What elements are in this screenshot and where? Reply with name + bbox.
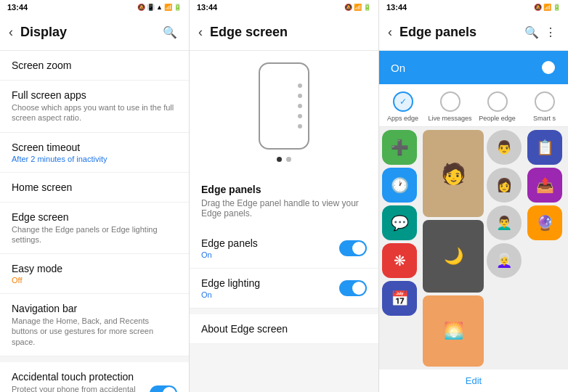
home-screen-item[interactable]: Home screen	[0, 173, 189, 203]
navigation-bar-item[interactable]: Navigation bar Manage the Home, Back, an…	[0, 294, 189, 356]
edge-panels-toggle[interactable]	[339, 240, 367, 256]
tab-people-edge-label: People edge	[479, 115, 516, 122]
time-1: 13:44	[7, 3, 28, 12]
edge-lighting-item[interactable]: Edge lighting On	[190, 269, 378, 309]
silent-icon-3: 🔕	[534, 4, 542, 11]
back-button-1[interactable]: ‹	[9, 25, 13, 40]
avatar-person-2-icon: 👩	[496, 177, 512, 193]
tab-smart-s[interactable]: Smart s	[521, 91, 568, 122]
more-icon-3[interactable]: ⋮	[542, 23, 559, 42]
edge-screen-item[interactable]: Edge screen Change the Edge panels or Ed…	[0, 203, 189, 255]
edge-lighting-toggle[interactable]	[339, 280, 367, 296]
silent-icon-2: 🔕	[344, 4, 352, 11]
tab-circle-smart	[535, 91, 555, 112]
doc-icon: 📋	[536, 139, 554, 156]
header-edge-screen: ‹ Edge screen	[190, 15, 378, 51]
full-screen-apps-title: Full screen apps	[12, 89, 177, 101]
status-bar-2: 13:44 🔕 📶 🔋	[190, 0, 378, 15]
on-banner: On	[379, 51, 568, 84]
edge-screen-panel: 13:44 🔕 📶 🔋 ‹ Edge screen Edge panels Dr	[190, 0, 379, 392]
app-icon-clock[interactable]: 🕐	[382, 168, 417, 203]
screen-timeout-value: After 2 minutes of inactivity	[12, 155, 107, 163]
phone-preview	[259, 62, 309, 150]
home-screen-title: Home screen	[12, 181, 72, 193]
header-display: ‹ Display 🔍	[0, 15, 189, 51]
status-icons-1: 🔕 📳 ▲ 📶 🔋	[137, 4, 182, 11]
battery-icon: 🔋	[174, 4, 182, 11]
edge-panels-toggle-title: Edge panels	[201, 237, 258, 249]
signal-icon-3: 📶	[543, 4, 551, 11]
share-icon: 📤	[536, 176, 554, 194]
calendar-icon: 📅	[391, 290, 409, 307]
full-screen-apps-sub: Choose which apps you want to use in the…	[12, 102, 177, 123]
screen-zoom-item[interactable]: Screen zoom	[0, 51, 189, 81]
apps-area: ➕ 🕐 💬 ❋ 📅 🧑	[379, 127, 568, 392]
photo-2[interactable]: 🌙	[423, 220, 484, 293]
divider-2	[190, 309, 378, 314]
carousel-dot-1[interactable]	[277, 157, 282, 162]
avatar-1[interactable]: 👨	[487, 130, 522, 165]
avatar-person-4-icon: 👩‍🦳	[496, 253, 512, 269]
accidental-touch-item[interactable]: Accidental touch protection Protect your…	[0, 362, 189, 392]
silent-icon: 🔕	[137, 4, 145, 11]
full-screen-apps-item[interactable]: Full screen apps Choose which apps you w…	[0, 81, 189, 133]
apps-icons-column: ➕ 🕐 💬 ❋ 📅	[382, 130, 420, 367]
back-button-2[interactable]: ‹	[198, 25, 203, 40]
display-settings-list: Screen zoom Full screen apps Choose whic…	[0, 51, 189, 392]
app-icon-asterisk[interactable]: ❋	[382, 243, 417, 278]
edge-lighting-value: On	[201, 290, 260, 299]
tab-live-messages[interactable]: Live messages	[426, 91, 474, 122]
tab-people-edge[interactable]: People edge	[474, 91, 521, 122]
screen-timeout-item[interactable]: Screen timeout After 2 minutes of inacti…	[0, 133, 189, 173]
divider-1	[0, 356, 189, 362]
app-icon-orb[interactable]: 🔮	[527, 205, 562, 240]
tab-circle-apps: ✓	[393, 91, 413, 112]
edge-screen-list: Edge panels Drag the Edge panel handle t…	[190, 51, 378, 392]
easy-mode-item[interactable]: Easy mode Off	[0, 254, 189, 294]
more-icons-column: 📋 📤 🔮	[527, 130, 565, 367]
avatar-4[interactable]: 👩‍🦳	[487, 243, 522, 278]
app-icon-chat[interactable]: 💬	[382, 205, 417, 240]
photo-1[interactable]: 🧑	[423, 130, 484, 217]
app-icon-share[interactable]: 📤	[527, 168, 562, 203]
photo-3[interactable]: 🌅	[423, 295, 484, 367]
accidental-touch-toggle[interactable]	[150, 385, 177, 392]
vibrate-icon: 📳	[147, 4, 155, 11]
dot4	[298, 114, 302, 118]
plus-icon: ➕	[391, 139, 409, 156]
edit-link[interactable]: Edit	[379, 369, 568, 392]
app-icon-calendar[interactable]: 📅	[382, 281, 417, 316]
wifi-icon: ▲	[156, 4, 163, 11]
edge-panels-toggle-item[interactable]: Edge panels On	[190, 229, 378, 269]
search-icon-1[interactable]: 🔍	[160, 23, 180, 42]
avatar-2[interactable]: 👩	[487, 168, 522, 203]
carousel-dot-2[interactable]	[286, 157, 291, 162]
edge-panels-panel: 13:44 🔕 📶 🔋 ‹ Edge panels 🔍 ⋮ On ✓ Apps …	[379, 0, 568, 392]
about-edge-screen-item[interactable]: About Edge screen	[190, 314, 378, 344]
screen-zoom-title: Screen zoom	[12, 60, 71, 71]
sunset-icon: 🌅	[444, 322, 463, 340]
tab-smart-s-label: Smart s	[533, 115, 556, 122]
orb-icon: 🔮	[536, 214, 554, 232]
tab-apps-edge[interactable]: ✓ Apps edge	[379, 91, 426, 122]
photo-person-icon: 🧑	[441, 162, 466, 186]
edge-panels-master-toggle[interactable]	[529, 60, 556, 75]
edge-lighting-title: Edge lighting	[201, 277, 260, 289]
back-button-3[interactable]: ‹	[388, 25, 392, 40]
tab-live-messages-label: Live messages	[428, 115, 471, 122]
edge-panels-section-title: Edge panels	[190, 173, 378, 198]
app-icon-plus[interactable]: ➕	[382, 130, 417, 165]
search-icon-3[interactable]: 🔍	[522, 23, 542, 42]
avatar-3[interactable]: 👨‍🦱	[487, 205, 522, 240]
status-bar-3: 13:44 🔕 📶 🔋	[379, 0, 568, 15]
status-icons-2: 🔕 📶 🔋	[344, 4, 371, 11]
status-icons-3: 🔕 📶 🔋	[534, 4, 561, 11]
app-icon-doc[interactable]: 📋	[527, 130, 562, 165]
navigation-bar-sub: Manage the Home, Back, and Recents butto…	[12, 316, 177, 347]
edge-panels-header-title: Edge panels	[399, 25, 522, 40]
tab-circle-people	[487, 91, 508, 112]
toggle-thumb	[163, 387, 176, 392]
screen-timeout-title: Screen timeout	[12, 142, 107, 153]
edge-panels-toggle-value: On	[201, 250, 258, 259]
avatar-person-3-icon: 👨‍🦱	[496, 215, 512, 231]
